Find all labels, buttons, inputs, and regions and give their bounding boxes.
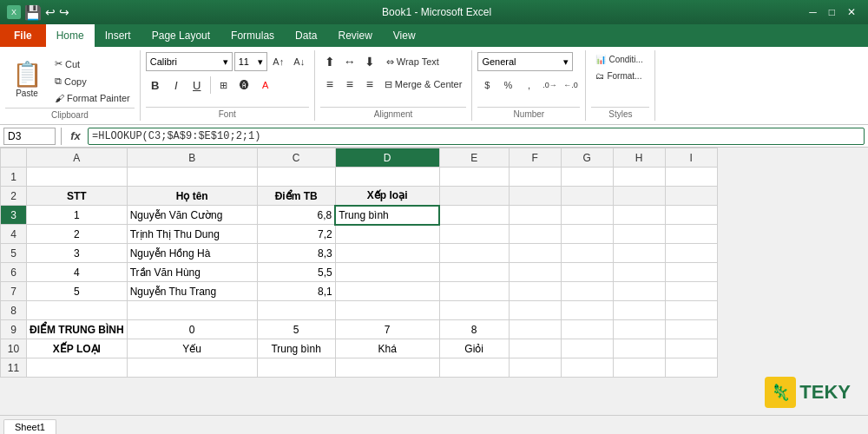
row-header-8[interactable]: 8 xyxy=(1,301,27,320)
copy-button[interactable]: ⧉ Copy xyxy=(50,73,135,89)
cell[interactable] xyxy=(613,187,665,206)
cell[interactable] xyxy=(613,358,665,378)
cell[interactable] xyxy=(613,206,665,225)
cell[interactable]: 5 xyxy=(257,320,335,339)
cell[interactable] xyxy=(257,358,335,378)
row-header-6[interactable]: 6 xyxy=(1,263,27,282)
redo-icon[interactable]: ↪ xyxy=(59,5,69,19)
cell[interactable] xyxy=(127,301,257,320)
cell[interactable] xyxy=(561,244,613,263)
menu-formulas[interactable]: Formulas xyxy=(220,24,285,47)
italic-button[interactable]: I xyxy=(167,76,186,95)
cell[interactable]: 3 xyxy=(27,244,128,263)
cell[interactable] xyxy=(561,206,613,225)
cell[interactable]: Giỏi xyxy=(439,339,509,358)
cell[interactable] xyxy=(509,168,561,187)
cell[interactable] xyxy=(613,225,665,244)
cell[interactable] xyxy=(665,168,717,187)
cell[interactable]: 1 xyxy=(27,206,128,225)
cell[interactable] xyxy=(335,282,439,301)
cell[interactable]: Khá xyxy=(335,339,439,358)
cell[interactable] xyxy=(665,320,717,339)
cell[interactable] xyxy=(613,244,665,263)
cell[interactable] xyxy=(509,263,561,282)
cell[interactable] xyxy=(613,301,665,320)
font-size-dropdown[interactable]: 11 ▾ xyxy=(234,52,267,71)
function-icon[interactable]: fx xyxy=(67,129,84,142)
cell[interactable]: XẾP LOẠI xyxy=(27,339,128,358)
maximize-icon[interactable]: □ xyxy=(824,6,840,18)
cell[interactable]: Nguyễn Văn Cường xyxy=(127,206,257,225)
cell[interactable] xyxy=(509,225,561,244)
cell[interactable] xyxy=(665,206,717,225)
menu-view[interactable]: View xyxy=(383,24,426,47)
col-header-H[interactable]: H xyxy=(613,148,665,168)
cell[interactable] xyxy=(509,282,561,301)
cell[interactable] xyxy=(613,168,665,187)
file-tab[interactable]: File xyxy=(0,24,46,47)
cell[interactable] xyxy=(561,301,613,320)
cell[interactable]: Xếp loại xyxy=(335,187,439,206)
menu-page-layout[interactable]: Page Layout xyxy=(141,24,220,47)
merge-center-button[interactable]: ⊟ Merge & Center xyxy=(380,75,467,94)
sheet-tab-1[interactable]: Sheet1 xyxy=(3,419,56,434)
col-header-A[interactable]: A xyxy=(27,148,128,168)
increase-decimal-button[interactable]: .0→ xyxy=(540,76,559,95)
cell[interactable] xyxy=(335,168,439,187)
bold-button[interactable]: B xyxy=(146,76,165,95)
undo-icon[interactable]: ↩ xyxy=(45,5,56,19)
cell[interactable] xyxy=(335,358,439,378)
cell[interactable]: 8 xyxy=(439,320,509,339)
cell[interactable] xyxy=(509,301,561,320)
conditional-formatting-button[interactable]: 📊 Conditi... xyxy=(591,52,647,67)
row-header-10[interactable]: 10 xyxy=(1,339,27,358)
row-header-3[interactable]: 3 xyxy=(1,206,27,225)
save-icon[interactable]: 💾 xyxy=(24,4,42,21)
align-left-button[interactable]: ≡ xyxy=(320,75,339,94)
cell[interactable] xyxy=(27,168,128,187)
increase-font-button[interactable]: A↑ xyxy=(269,52,288,71)
col-header-C[interactable]: C xyxy=(257,148,335,168)
menu-insert[interactable]: Insert xyxy=(95,24,141,47)
col-header-G[interactable]: G xyxy=(561,148,613,168)
cell[interactable] xyxy=(665,244,717,263)
col-header-I[interactable]: I xyxy=(665,148,717,168)
cell[interactable] xyxy=(613,282,665,301)
row-header-9[interactable]: 9 xyxy=(1,320,27,339)
cell[interactable] xyxy=(335,225,439,244)
cell[interactable] xyxy=(509,206,561,225)
cell[interactable] xyxy=(439,282,509,301)
cell[interactable]: 8,3 xyxy=(257,244,335,263)
close-icon[interactable]: ✕ xyxy=(842,6,861,18)
cell[interactable]: 8,1 xyxy=(257,282,335,301)
cell[interactable]: Trần Văn Hùng xyxy=(127,263,257,282)
cell[interactable] xyxy=(27,358,128,378)
cell[interactable] xyxy=(665,339,717,358)
col-header-F[interactable]: F xyxy=(509,148,561,168)
cell[interactable] xyxy=(613,320,665,339)
align-middle-button[interactable]: ↔ xyxy=(340,52,359,71)
cell[interactable] xyxy=(335,244,439,263)
cell[interactable] xyxy=(665,358,717,378)
cell[interactable] xyxy=(509,320,561,339)
format-painter-button[interactable]: 🖌 Format Painter xyxy=(50,90,135,106)
cell[interactable]: 4 xyxy=(27,263,128,282)
cell[interactable] xyxy=(27,301,128,320)
cell[interactable] xyxy=(665,301,717,320)
col-header-B[interactable]: B xyxy=(127,148,257,168)
cell[interactable] xyxy=(509,244,561,263)
number-format-dropdown[interactable]: General ▾ xyxy=(477,52,573,71)
cell[interactable] xyxy=(439,263,509,282)
cell[interactable] xyxy=(439,358,509,378)
cell[interactable] xyxy=(439,168,509,187)
menu-data[interactable]: Data xyxy=(285,24,327,47)
paste-button[interactable]: 📋 Paste xyxy=(5,52,49,106)
font-color-button[interactable]: A xyxy=(256,76,275,95)
percent-button[interactable]: % xyxy=(498,76,517,95)
cell[interactable] xyxy=(439,225,509,244)
font-name-dropdown[interactable]: Calibri ▾ xyxy=(146,52,233,71)
cell[interactable]: 2 xyxy=(27,225,128,244)
cell[interactable] xyxy=(561,168,613,187)
cell[interactable] xyxy=(665,282,717,301)
row-header-5[interactable]: 5 xyxy=(1,244,27,263)
